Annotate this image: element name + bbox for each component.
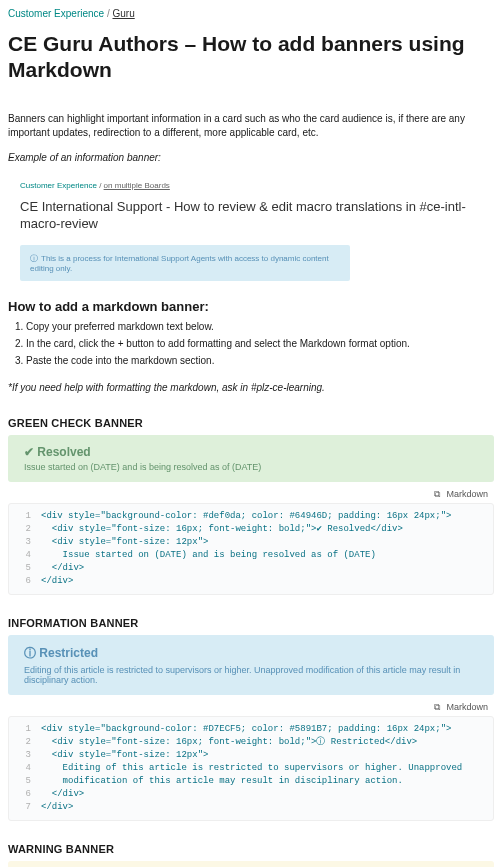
- example-crumb-link[interactable]: Customer Experience: [20, 181, 97, 190]
- steps-list: Copy your preferred markdown text below.…: [26, 320, 494, 368]
- example-info-text: This is a process for International Supp…: [30, 254, 329, 273]
- code-lang-label: Markdown: [446, 489, 488, 499]
- code-lang-label: Markdown: [446, 702, 488, 712]
- green-banner-title-text: Resolved: [37, 445, 90, 459]
- breadcrumb-link-guru[interactable]: Guru: [113, 8, 135, 19]
- check-icon: ✔: [24, 445, 34, 459]
- green-banner-subtitle: Issue started on (DATE) and is being res…: [24, 462, 478, 472]
- blue-heading: INFORMATION BANNER: [8, 617, 494, 629]
- breadcrumb: Customer Experience / Guru: [8, 8, 494, 19]
- green-heading: GREEN CHECK BANNER: [8, 417, 494, 429]
- example-label: Example of an information banner:: [8, 152, 494, 163]
- green-code-block[interactable]: 1<div style="background-color: #def0da; …: [8, 503, 494, 595]
- info-icon: ⓘ: [30, 254, 38, 263]
- intro-text: Banners can highlight important informat…: [8, 112, 494, 140]
- list-item: Paste the code into the markdown section…: [26, 354, 494, 368]
- blue-banner: ⓘ Restricted Editing of this article is …: [8, 635, 494, 695]
- list-item: Copy your preferred markdown text below.: [26, 320, 494, 334]
- code-header-blue: ⧉ Markdown: [8, 699, 494, 716]
- info-icon: ⓘ: [24, 646, 36, 660]
- help-note: *If you need help with formatting the ma…: [8, 382, 494, 393]
- copy-icon[interactable]: ⧉: [434, 702, 440, 713]
- example-breadcrumb: Customer Experience / on multiple Boards: [20, 181, 494, 190]
- list-item: In the card, click the + button to add f…: [26, 337, 494, 351]
- yellow-banner: ⚠ Warning Issue started on (DATE) and is…: [8, 861, 494, 867]
- example-heading: CE International Support - How to review…: [20, 198, 494, 233]
- copy-icon[interactable]: ⧉: [434, 489, 440, 500]
- green-banner-title: ✔ Resolved: [24, 445, 478, 459]
- blue-banner-subtitle: Editing of this article is restricted to…: [24, 665, 478, 685]
- blue-banner-title-text: Restricted: [39, 646, 98, 660]
- example-info-banner: ⓘThis is a process for International Sup…: [20, 245, 350, 281]
- howto-heading: How to add a markdown banner:: [8, 299, 494, 314]
- blue-banner-title: ⓘ Restricted: [24, 645, 478, 662]
- breadcrumb-link-customer-experience[interactable]: Customer Experience: [8, 8, 104, 19]
- green-banner: ✔ Resolved Issue started on (DATE) and i…: [8, 435, 494, 482]
- example-crumb-sep: /: [97, 181, 104, 190]
- example-banner-screenshot: Customer Experience / on multiple Boards…: [20, 181, 494, 281]
- example-crumb-boards: on multiple Boards: [104, 181, 170, 190]
- page-title: CE Guru Authors – How to add banners usi…: [8, 31, 494, 84]
- blue-code-block[interactable]: 1<div style="background-color: #D7ECF5; …: [8, 716, 494, 821]
- yellow-heading: WARNING BANNER: [8, 843, 494, 855]
- code-header-green: ⧉ Markdown: [8, 486, 494, 503]
- breadcrumb-separator: /: [107, 8, 110, 19]
